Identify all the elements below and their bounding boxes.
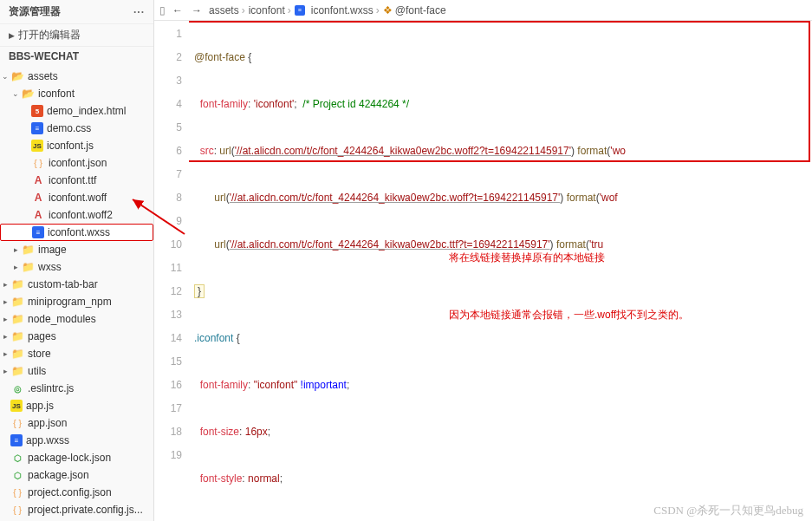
tree-item[interactable]: { }project.private.config.js...: [0, 501, 153, 518]
tree-item[interactable]: ▸📁store: [0, 345, 153, 362]
code-area[interactable]: 12345678910111213141516171819 @font-face…: [154, 21, 812, 521]
file-label: iconfont.ttf: [49, 174, 96, 186]
json-icon: { }: [10, 485, 24, 499]
file-label: package.json: [28, 469, 89, 481]
line-gutter: 12345678910111213141516171819: [154, 21, 189, 521]
folder open-icon: 📂: [10, 69, 24, 83]
file-label: wxss: [38, 261, 62, 273]
folder-icon: 📁: [10, 277, 24, 291]
file-label: miniprogram_npm: [28, 296, 112, 308]
file-label: assets: [28, 70, 58, 82]
file-label: package-lock.json: [28, 452, 111, 464]
tree-item[interactable]: ⬡package-lock.json: [0, 449, 153, 466]
file-label: custom-tab-bar: [28, 278, 98, 290]
tree-item[interactable]: JSapp.js: [0, 397, 153, 414]
folder-icon: 📁: [10, 364, 24, 378]
tree-item[interactable]: Aiconfont.woff: [0, 189, 153, 206]
folder open-icon: 📂: [21, 87, 35, 101]
tree-item[interactable]: ▸📁node_modules: [0, 310, 153, 328]
tree-item[interactable]: ▸📁wxss: [0, 258, 153, 276]
project-section[interactable]: BBS-WECHAT: [0, 46, 153, 66]
tree-item[interactable]: ⬡package.json: [0, 466, 153, 484]
tree-item[interactable]: JSiconfont.js: [0, 137, 153, 154]
more-icon[interactable]: ···: [133, 6, 145, 18]
tree-item[interactable]: ≡demo.css: [0, 120, 153, 137]
green-icon: ◎: [10, 381, 24, 395]
tree-item[interactable]: { }iconfont.json: [0, 154, 153, 172]
file-label: iconfont.woff: [49, 192, 107, 204]
json-icon: { }: [31, 156, 45, 170]
file-label: iconfont.woff2: [49, 209, 113, 221]
json-icon: { }: [10, 416, 24, 430]
file-label: app.wxss: [26, 434, 69, 446]
file-label: utils: [28, 365, 46, 377]
tree-item[interactable]: ≡iconfont.wxss: [0, 224, 153, 241]
tree-item[interactable]: ⌄📂iconfont: [0, 85, 153, 102]
file-label: project.private.config.js...: [28, 504, 143, 516]
folder-icon: 📁: [21, 260, 35, 274]
sidebar-header: 资源管理器 ···: [0, 0, 153, 23]
file-label: app.js: [26, 400, 54, 412]
tree-item[interactable]: ▸📁miniprogram_npm: [0, 293, 153, 310]
tree-item[interactable]: ▸📁image: [0, 241, 153, 258]
file-label: store: [28, 348, 51, 360]
tree-item[interactable]: ◎.eslintrc.js: [0, 380, 153, 397]
file-label: image: [38, 244, 67, 256]
tree-item[interactable]: Aiconfont.ttf: [0, 172, 153, 189]
code-content[interactable]: @font-face { font-family: 'iconfont'; /*…: [189, 21, 812, 521]
crumb-symbol[interactable]: ❖@font-face: [383, 4, 446, 16]
tree-item[interactable]: { }app.json: [0, 414, 153, 432]
folder-icon: 📁: [10, 295, 24, 309]
tree-item[interactable]: 5demo_index.html: [0, 102, 153, 120]
ttfA-icon: A: [31, 173, 45, 187]
css3-icon: ≡: [31, 122, 43, 134]
crumb-iconfont[interactable]: iconfont›: [249, 4, 291, 16]
file-label: iconfont.wxss: [48, 226, 110, 238]
folder-icon: 📁: [10, 329, 24, 343]
folder-icon: 📁: [10, 312, 24, 326]
js-icon: JS: [31, 140, 43, 152]
nav-back-icon[interactable]: ←: [171, 4, 185, 16]
sidebar-title: 资源管理器: [9, 4, 61, 19]
ttfA-icon: A: [31, 208, 45, 222]
file-label: iconfont.json: [49, 157, 107, 169]
css3-icon: ≡: [32, 226, 44, 238]
file-label: demo.css: [47, 122, 91, 134]
sidebar: 资源管理器 ··· ▶ 打开的编辑器 BBS-WECHAT ⌄📂assets⌄📂…: [0, 0, 154, 521]
editor-topbar: ▯ ← → assets› iconfont› ≡iconfont.wxss› …: [154, 0, 812, 21]
file-tree: ⌄📂assets⌄📂iconfont5demo_index.html≡demo.…: [0, 66, 153, 521]
js-icon: JS: [10, 400, 23, 412]
green-icon: ⬡: [10, 468, 24, 482]
file-label: project.config.json: [28, 486, 112, 498]
annotation-text: 将在线链接替换掉原有的本地链接 因为本地链接通常会报错，一些.woff找不到之类…: [449, 210, 689, 362]
file-label: demo_index.html: [47, 105, 126, 117]
ttfA-icon: A: [31, 191, 45, 205]
folder-icon: 📁: [21, 243, 35, 257]
file-label: .eslintrc.js: [28, 382, 74, 394]
breadcrumb: assets› iconfont› ≡iconfont.wxss› ❖@font…: [209, 4, 446, 16]
tree-item[interactable]: ▸📁utils: [0, 362, 153, 380]
nav-forward-icon[interactable]: →: [190, 4, 204, 16]
tree-item[interactable]: ≡app.wxss: [0, 432, 153, 449]
editor-pane: ▯ ← → assets› iconfont› ≡iconfont.wxss› …: [154, 0, 812, 521]
file-label: pages: [28, 330, 56, 342]
bookmark-icon[interactable]: ▯: [159, 4, 166, 16]
file-label: iconfont.js: [47, 140, 94, 152]
tree-item[interactable]: ⌄📂assets: [0, 68, 153, 85]
crumb-assets[interactable]: assets›: [209, 4, 245, 16]
css3-icon: ≡: [10, 434, 23, 446]
opened-editors-section[interactable]: ▶ 打开的编辑器: [0, 23, 153, 46]
tree-item[interactable]: { }project.config.json: [0, 484, 153, 501]
tree-item[interactable]: ▸📁pages: [0, 328, 153, 345]
tree-item[interactable]: ▸📁custom-tab-bar: [0, 276, 153, 293]
html5-icon: 5: [31, 105, 43, 117]
tree-item[interactable]: Aiconfont.woff2: [0, 206, 153, 224]
crumb-file[interactable]: ≡iconfont.wxss›: [295, 4, 380, 16]
file-label: iconfont: [38, 88, 75, 100]
file-label: node_modules: [28, 313, 96, 325]
file-label: app.json: [28, 417, 67, 429]
json-icon: { }: [10, 503, 24, 517]
folder-icon: 📁: [10, 347, 24, 361]
green-icon: ⬡: [10, 451, 24, 465]
chevron-right-icon: ▶: [9, 31, 15, 40]
